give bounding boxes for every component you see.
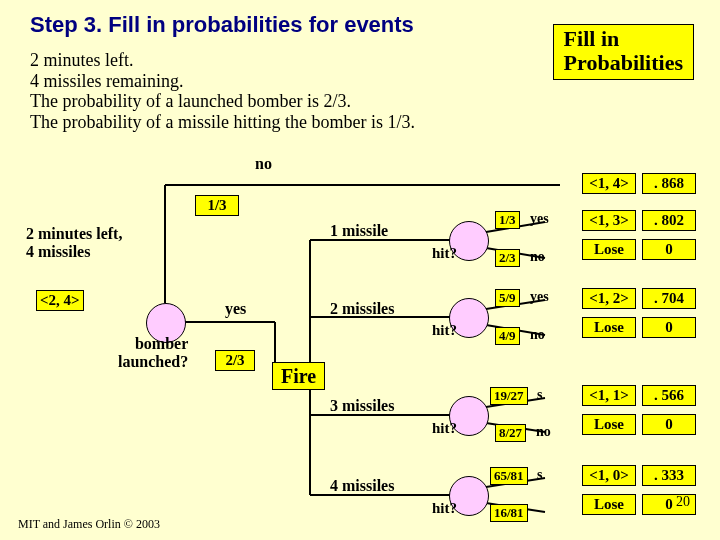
b1-pyes: 1/3 xyxy=(495,211,520,229)
o2-zero: 0 xyxy=(642,317,696,338)
slide-number: 20 xyxy=(676,494,690,510)
no-prob-box: 1/3 xyxy=(195,195,239,216)
o1-lose: Lose xyxy=(582,239,636,260)
o1-zero: 0 xyxy=(642,239,696,260)
hit-label-2: hit? xyxy=(432,322,457,339)
outcome-1-lose: Lose 0 xyxy=(536,239,696,260)
badge-line1: Fill in xyxy=(564,27,683,51)
o2-val: . 704 xyxy=(642,288,696,309)
o4-val: . 333 xyxy=(642,465,696,486)
ctx-l1: 2 minutes left. xyxy=(30,50,415,71)
yes-prob-box: 2/3 xyxy=(215,350,255,371)
ctx-l3: The probability of a launched bomber is … xyxy=(30,91,415,112)
missile-2-label: 2 missiles xyxy=(330,300,394,318)
ctx-l2: 4 missiles remaining. xyxy=(30,71,415,92)
hit-label-3: hit? xyxy=(432,420,457,437)
o3-zero: 0 xyxy=(642,414,696,435)
outcome-top-state: <1, 4> xyxy=(582,173,636,194)
hit-label-1: hit? xyxy=(432,245,457,262)
outcome-3-win: <1, 1> . 566 xyxy=(536,385,696,406)
state-tag-box: <2, 4> xyxy=(36,290,84,311)
yes-label: yes xyxy=(225,300,246,318)
missile-4-label: 4 missiles xyxy=(330,477,394,495)
outcome-1-win: <1, 3> . 802 xyxy=(536,210,696,231)
ctx-l4: The probability of a missile hitting the… xyxy=(30,112,415,133)
badge-line2: Probabilities xyxy=(564,51,683,75)
state-left-label: 2 minutes left, 4 missiles xyxy=(26,225,122,261)
o4-lose: Lose xyxy=(582,494,636,515)
outcome-top: <1, 4> . 868 xyxy=(536,173,696,194)
missile-1-label: 1 missile xyxy=(330,222,388,240)
b2-pno: 4/9 xyxy=(495,327,520,345)
b3-pyes: 19/27 xyxy=(490,387,528,405)
hit-label-4: hit? xyxy=(432,500,457,517)
b3-pno: 8/27 xyxy=(495,424,526,442)
context-block: 2 minutes left. 4 missiles remaining. Th… xyxy=(30,50,415,133)
missile-3-label: 3 missiles xyxy=(330,397,394,415)
outcome-2-win: <1, 2> . 704 xyxy=(536,288,696,309)
b4-pno: 16/81 xyxy=(490,504,528,522)
fill-probabilities-badge: Fill in Probabilities xyxy=(553,24,694,80)
b1-pno: 2/3 xyxy=(495,249,520,267)
slide-title: Step 3. Fill in probabilities for events xyxy=(30,12,414,38)
outcome-3-lose: Lose 0 xyxy=(536,414,696,435)
o4-state: <1, 0> xyxy=(582,465,636,486)
o1-val: . 802 xyxy=(642,210,696,231)
outcome-top-val: . 868 xyxy=(642,173,696,194)
outcome-4-lose: Lose 0 xyxy=(536,494,696,515)
outcome-2-lose: Lose 0 xyxy=(536,317,696,338)
no-label: no xyxy=(255,155,272,173)
bomber-label: bomber launched? xyxy=(118,335,188,371)
o3-val: . 566 xyxy=(642,385,696,406)
b4-pyes: 65/81 xyxy=(490,467,528,485)
o3-state: <1, 1> xyxy=(582,385,636,406)
outcome-4-win: <1, 0> . 333 xyxy=(536,465,696,486)
o1-state: <1, 3> xyxy=(582,210,636,231)
o3-lose: Lose xyxy=(582,414,636,435)
fire-box: Fire xyxy=(272,362,325,390)
footer-copyright: MIT and James Orlin © 2003 xyxy=(18,517,160,532)
o2-lose: Lose xyxy=(582,317,636,338)
b2-pyes: 5/9 xyxy=(495,289,520,307)
o2-state: <1, 2> xyxy=(582,288,636,309)
